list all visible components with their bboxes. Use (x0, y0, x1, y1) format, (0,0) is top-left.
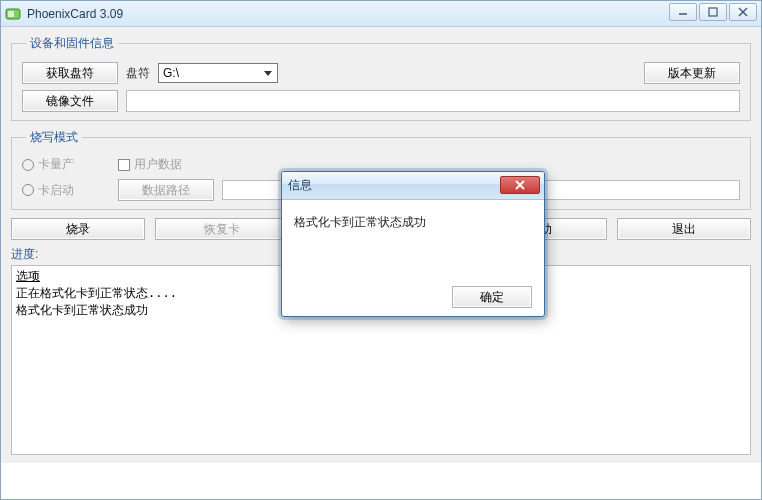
dialog-ok-button[interactable]: 确定 (452, 286, 532, 308)
radio-mass-label: 卡量产 (38, 156, 74, 173)
get-drive-button[interactable]: 获取盘符 (22, 62, 118, 84)
svg-rect-1 (8, 11, 14, 17)
titlebar: PhoenixCard 3.09 (1, 1, 761, 27)
log-line: 格式化卡到正常状态成功 (16, 303, 148, 317)
radio-icon (22, 184, 34, 196)
data-path-button[interactable]: 数据路径 (118, 179, 214, 201)
dialog-close-button[interactable] (500, 176, 540, 194)
svg-marker-6 (264, 71, 272, 76)
group-device-info-legend: 设备和固件信息 (26, 35, 118, 52)
drive-combo-value: G:\ (163, 66, 179, 80)
chevron-down-icon (261, 66, 275, 80)
window-title: PhoenixCard 3.09 (27, 7, 123, 21)
svg-rect-3 (709, 8, 717, 16)
image-file-button[interactable]: 镜像文件 (22, 90, 118, 112)
info-dialog: 信息 格式化卡到正常状态成功 确定 (281, 171, 545, 317)
restore-card-button[interactable]: 恢复卡 (155, 218, 289, 240)
log-header: 选项 (16, 269, 40, 283)
drive-label: 盘符 (126, 65, 150, 82)
radio-icon (22, 159, 34, 171)
dialog-titlebar: 信息 (282, 172, 544, 200)
image-path-input[interactable] (126, 90, 740, 112)
radio-boot[interactable]: 卡启动 (22, 182, 74, 199)
group-burn-mode-legend: 烧写模式 (26, 129, 82, 146)
main-window: PhoenixCard 3.09 设备和固件信息 获取盘符 盘符 G:\ (0, 0, 762, 500)
dialog-body: 格式化卡到正常状态成功 确定 (282, 200, 544, 316)
window-controls (669, 3, 757, 21)
radio-mass-production[interactable]: 卡量产 (22, 156, 74, 173)
app-icon (5, 6, 21, 22)
drive-combo[interactable]: G:\ (158, 63, 278, 83)
checkbox-icon (118, 159, 130, 171)
dialog-title: 信息 (288, 177, 312, 194)
checkbox-user-data-label: 用户数据 (134, 156, 182, 173)
radio-boot-label: 卡启动 (38, 182, 74, 199)
exit-button[interactable]: 退出 (617, 218, 751, 240)
version-update-button[interactable]: 版本更新 (644, 62, 740, 84)
log-line: 正在格式化卡到正常状态.... (16, 286, 177, 300)
close-icon (514, 180, 526, 190)
minimize-button[interactable] (669, 3, 697, 21)
group-device-info: 设备和固件信息 获取盘符 盘符 G:\ 版本更新 镜像文件 (11, 35, 751, 121)
maximize-button[interactable] (699, 3, 727, 21)
checkbox-user-data[interactable]: 用户数据 (118, 156, 182, 173)
burn-button[interactable]: 烧录 (11, 218, 145, 240)
close-button[interactable] (729, 3, 757, 21)
dialog-message: 格式化卡到正常状态成功 (294, 214, 532, 231)
